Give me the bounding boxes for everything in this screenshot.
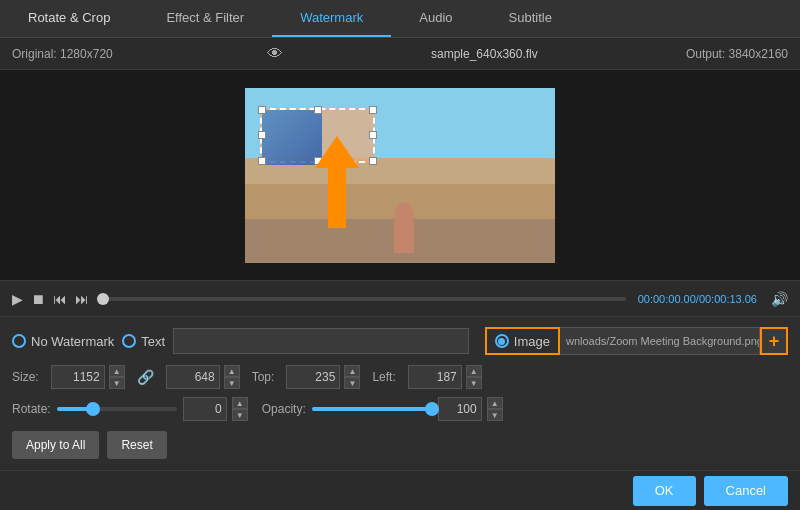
image-radio-circle	[495, 334, 509, 348]
width-down[interactable]: ▼	[109, 377, 125, 389]
width-group: ▲ ▼	[51, 365, 125, 389]
preview-area	[0, 70, 800, 280]
bottom-bar: OK Cancel	[0, 470, 800, 510]
action-row: Apply to All Reset	[12, 431, 788, 459]
eye-icon[interactable]: 👁	[267, 45, 283, 63]
width-spinners: ▲ ▼	[109, 365, 125, 389]
rotate-group: Rotate: ▲ ▼	[12, 397, 248, 421]
height-up[interactable]: ▲	[224, 365, 240, 377]
play-button[interactable]: ▶	[12, 291, 23, 307]
no-watermark-radio-circle	[12, 334, 26, 348]
handle-mr[interactable]	[369, 131, 377, 139]
rotate-up[interactable]: ▲	[232, 397, 248, 409]
tab-subtitle[interactable]: Subtitle	[481, 0, 580, 37]
rotate-label: Rotate:	[12, 402, 51, 416]
height-input[interactable]	[166, 365, 220, 389]
opacity-input[interactable]	[438, 397, 482, 421]
rotate-down[interactable]: ▼	[232, 409, 248, 421]
image-section: Image wnloads/Zoom Meeting Background.pn…	[485, 327, 788, 355]
top-input[interactable]	[286, 365, 340, 389]
left-input[interactable]	[408, 365, 462, 389]
height-down[interactable]: ▼	[224, 377, 240, 389]
left-group: ▲ ▼	[408, 365, 482, 389]
handle-bl[interactable]	[258, 157, 266, 165]
prev-frame-button[interactable]: ⏮	[53, 291, 67, 307]
size-label: Size:	[12, 370, 39, 384]
top-group: ▲ ▼	[286, 365, 360, 389]
image-radio[interactable]: Image	[485, 327, 560, 355]
opacity-label: Opacity:	[262, 402, 306, 416]
width-input[interactable]	[51, 365, 105, 389]
top-spinners: ▲ ▼	[344, 365, 360, 389]
rotate-input[interactable]	[183, 397, 227, 421]
next-frame-button[interactable]: ⏭	[75, 291, 89, 307]
stop-button[interactable]: ⏹	[31, 291, 45, 307]
tab-watermark[interactable]: Watermark	[272, 0, 391, 37]
top-down[interactable]: ▼	[344, 377, 360, 389]
progress-dot	[97, 293, 109, 305]
add-image-button[interactable]: +	[760, 327, 788, 355]
height-group: ▲ ▼	[166, 365, 240, 389]
video-preview	[245, 88, 555, 263]
watermark-type-row: No Watermark Text Image wnloads/Zoom Mee…	[12, 327, 788, 355]
opacity-slider[interactable]	[312, 407, 432, 411]
opacity-up[interactable]: ▲	[487, 397, 503, 409]
cancel-button[interactable]: Cancel	[704, 476, 788, 506]
text-radio[interactable]: Text	[122, 334, 165, 349]
image-label: Image	[514, 334, 550, 349]
info-bar: Original: 1280x720 👁 sample_640x360.flv …	[0, 38, 800, 70]
arrow-shaft	[328, 168, 346, 228]
left-label: Left:	[372, 370, 395, 384]
link-icon[interactable]: 🔗	[137, 369, 154, 385]
apply-all-button[interactable]: Apply to All	[12, 431, 99, 459]
text-radio-circle	[122, 334, 136, 348]
tab-bar: Rotate & Crop Effect & Filter Watermark …	[0, 0, 800, 38]
person-silhouette	[394, 203, 414, 253]
text-input[interactable]	[173, 328, 469, 354]
handle-ml[interactable]	[258, 131, 266, 139]
image-path: wnloads/Zoom Meeting Background.png	[560, 327, 760, 355]
opacity-spinners: ▲ ▼	[487, 397, 503, 421]
rotate-spinners: ▲ ▼	[232, 397, 248, 421]
tab-effect-filter[interactable]: Effect & Filter	[138, 0, 272, 37]
reset-button[interactable]: Reset	[107, 431, 166, 459]
filename: sample_640x360.flv	[431, 47, 538, 61]
opacity-down[interactable]: ▼	[487, 409, 503, 421]
handle-br[interactable]	[369, 157, 377, 165]
tab-rotate-crop[interactable]: Rotate & Crop	[0, 0, 138, 37]
opacity-group: Opacity: ▲ ▼	[262, 397, 503, 421]
width-up[interactable]: ▲	[109, 365, 125, 377]
left-down[interactable]: ▼	[466, 377, 482, 389]
progress-bar[interactable]	[97, 297, 626, 301]
no-watermark-radio[interactable]: No Watermark	[12, 334, 114, 349]
ok-button[interactable]: OK	[633, 476, 696, 506]
no-watermark-label: No Watermark	[31, 334, 114, 349]
time-display: 00:00:00.00/00:00:13.06	[638, 293, 757, 305]
original-resolution: Original: 1280x720	[12, 47, 113, 61]
playback-bar: ▶ ⏹ ⏮ ⏭ 00:00:00.00/00:00:13.06 🔊	[0, 280, 800, 316]
handle-tm[interactable]	[314, 106, 322, 114]
controls-panel: No Watermark Text Image wnloads/Zoom Mee…	[0, 316, 800, 465]
top-up[interactable]: ▲	[344, 365, 360, 377]
handle-tl[interactable]	[258, 106, 266, 114]
top-label: Top:	[252, 370, 275, 384]
volume-icon[interactable]: 🔊	[771, 291, 788, 307]
arrow-up	[315, 136, 359, 168]
slider-row: Rotate: ▲ ▼ Opacity: ▲ ▼	[12, 397, 788, 421]
handle-tr[interactable]	[369, 106, 377, 114]
left-spinners: ▲ ▼	[466, 365, 482, 389]
text-label: Text	[141, 334, 165, 349]
left-up[interactable]: ▲	[466, 365, 482, 377]
tab-audio[interactable]: Audio	[391, 0, 480, 37]
arrow-indicator	[315, 136, 359, 228]
params-row: Size: ▲ ▼ 🔗 ▲ ▼ Top: ▲ ▼ Left:	[12, 365, 788, 389]
rotate-slider[interactable]	[57, 407, 177, 411]
height-spinners: ▲ ▼	[224, 365, 240, 389]
output-resolution: Output: 3840x2160	[686, 47, 788, 61]
